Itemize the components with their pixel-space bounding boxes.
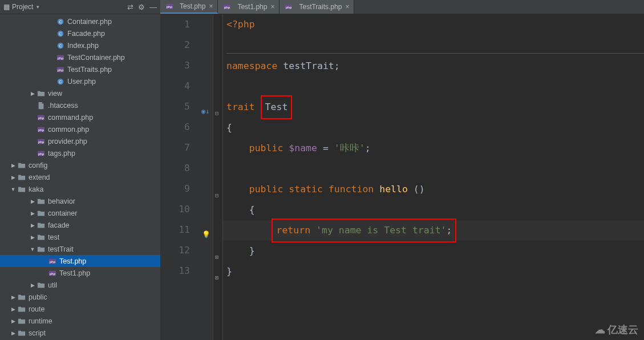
line-number: 1 (160, 14, 190, 35)
svg-text:C: C (59, 19, 62, 23)
tree-arrow-icon[interactable]: ▶ (9, 318, 17, 324)
tree-item-public[interactable]: ▶public (0, 291, 160, 303)
tree-arrow-icon[interactable]: ▶ (29, 222, 37, 228)
fold-icon[interactable]: ⊠ (215, 268, 218, 288)
tree-label: test (48, 233, 59, 241)
folder-icon (37, 90, 46, 98)
tree-arrow-icon[interactable]: ▶ (29, 91, 37, 96)
code-line-6[interactable]: { (223, 118, 644, 138)
svg-text:php: php (50, 259, 56, 263)
tree-item-config[interactable]: ▶config (0, 159, 160, 171)
tree-item-behavior[interactable]: ▶behavior (0, 195, 160, 207)
tree-arrow-icon[interactable]: ▼ (29, 246, 37, 252)
phpc-icon: C (56, 30, 65, 38)
tree-label: config (29, 161, 47, 169)
tree-arrow-icon[interactable]: ▶ (9, 294, 17, 300)
editor-area: phpTest.php×phpTest1.php×phpTestTraits.p… (160, 0, 644, 340)
tree-arrow-icon[interactable]: ▶ (29, 199, 37, 204)
code-content[interactable]: <?phpnamespace testTrait;trait Test{ pub… (223, 14, 644, 340)
tree-label: behavior (48, 197, 75, 205)
tree-item-index-php[interactable]: CIndex.php (0, 39, 160, 51)
code-line-11[interactable]: return 'my name is Test trait'; (223, 220, 644, 241)
tree-item-container-php[interactable]: CContainer.php (0, 15, 160, 27)
code-editor[interactable]: 12345678910111213 ◉↓💡 ⊟⊟⊠⊠ <?phpnamespac… (160, 14, 644, 340)
tree-arrow-icon[interactable]: ▶ (9, 163, 17, 168)
tree-label: provider.php (48, 137, 87, 145)
folder-icon (37, 245, 46, 253)
tree-item-extend[interactable]: ▶extend (0, 171, 160, 183)
tree-item-user-php[interactable]: CUser.php (0, 75, 160, 87)
tab-test-php[interactable]: phpTest.php× (160, 0, 218, 14)
tree-arrow-icon[interactable]: ▶ (9, 175, 17, 180)
tree-item-test-php[interactable]: phpTest.php (0, 255, 160, 267)
folder-icon (37, 281, 46, 289)
tree-arrow-icon[interactable]: ▶ (9, 330, 17, 336)
dropdown-icon[interactable]: ▼ (35, 5, 40, 10)
code-line-10[interactable]: { (223, 200, 644, 220)
code-line-9[interactable]: public static function hello () (223, 179, 644, 200)
folder-icon (17, 317, 26, 325)
tree-item-facade[interactable]: ▶facade (0, 219, 160, 231)
tree-item-testtraits-php[interactable]: phpTestTraits.php (0, 63, 160, 75)
php-icon: php (48, 257, 57, 265)
tree-item-testcontainer-php[interactable]: phpTestContainer.php (0, 51, 160, 63)
tree-item-facade-php[interactable]: CFacade.php (0, 27, 160, 39)
sidebar-title[interactable]: Project (12, 3, 33, 11)
php-icon: php (222, 3, 232, 11)
project-tree[interactable]: CContainer.phpCFacade.phpCIndex.phpphpTe… (0, 14, 160, 340)
tree-item-testtrait[interactable]: ▼testTrait (0, 243, 160, 255)
tree-item-runtime[interactable]: ▶runtime (0, 315, 160, 327)
line-number: 7 (160, 137, 190, 158)
code-line-1[interactable]: <?php (223, 14, 644, 35)
line-number: 8 (160, 158, 190, 179)
tree-item-tags-php[interactable]: phptags.php (0, 147, 160, 159)
tree-item-common-php[interactable]: phpcommon.php (0, 123, 160, 135)
tree-item-view[interactable]: ▶view (0, 87, 160, 99)
close-icon[interactable]: × (345, 3, 349, 11)
code-line-8[interactable] (223, 159, 644, 179)
php-icon: php (48, 269, 57, 277)
code-line-13[interactable]: } (223, 261, 644, 282)
line-number: 13 (160, 261, 190, 281)
tab-test1-php[interactable]: phpTest1.php× (218, 0, 280, 14)
code-line-4[interactable] (223, 76, 644, 97)
line-number: 9 (160, 179, 190, 199)
code-line-2[interactable] (223, 35, 644, 55)
tree-arrow-icon[interactable]: ▶ (29, 211, 37, 216)
tree-item--htaccess[interactable]: .htaccess (0, 99, 160, 111)
svg-text:php: php (167, 5, 173, 9)
code-line-7[interactable]: public $name = '咔咔'; (223, 138, 644, 159)
svg-text:C: C (59, 31, 62, 35)
close-icon[interactable]: × (270, 3, 274, 11)
file-icon (37, 102, 46, 110)
tree-arrow-icon[interactable]: ▶ (9, 306, 17, 312)
tree-arrow-icon[interactable]: ▼ (9, 187, 17, 192)
tree-item-script[interactable]: ▶script (0, 327, 160, 339)
code-line-12[interactable]: } (223, 241, 644, 261)
line-number: 10 (160, 199, 190, 220)
tree-item-test1-php[interactable]: phpTest1.php (0, 267, 160, 279)
tree-item-test[interactable]: ▶test (0, 231, 160, 243)
tree-item-util[interactable]: ▶util (0, 279, 160, 291)
tree-item-kaka[interactable]: ▼kaka (0, 183, 160, 195)
collapse-icon[interactable]: ⇄ (127, 3, 133, 11)
tree-arrow-icon[interactable]: ▶ (29, 234, 37, 240)
tab-testtraits-php[interactable]: phpTestTraits.php× (280, 0, 354, 14)
fold-column[interactable]: ⊟⊟⊠⊠ (213, 14, 223, 340)
tree-item-provider-php[interactable]: phpprovider.php (0, 135, 160, 147)
hide-icon[interactable]: — (149, 3, 157, 11)
tree-label: Container.php (67, 18, 112, 26)
gear-icon[interactable]: ⚙ (138, 3, 145, 11)
svg-text:php: php (286, 5, 292, 9)
code-line-3[interactable]: namespace testTrait; (223, 56, 644, 76)
code-line-5[interactable]: trait Test (223, 97, 644, 118)
tree-item-command-php[interactable]: phpcommand.php (0, 111, 160, 123)
tree-label: public (29, 293, 47, 301)
tree-label: User.php (67, 78, 96, 86)
close-icon[interactable]: × (209, 2, 213, 10)
tree-arrow-icon[interactable]: ▶ (29, 282, 37, 288)
tree-label: view (48, 90, 62, 98)
tree-item-route[interactable]: ▶route (0, 303, 160, 315)
tree-item-container[interactable]: ▶container (0, 207, 160, 219)
tree-label: TestContainer.php (67, 54, 125, 62)
